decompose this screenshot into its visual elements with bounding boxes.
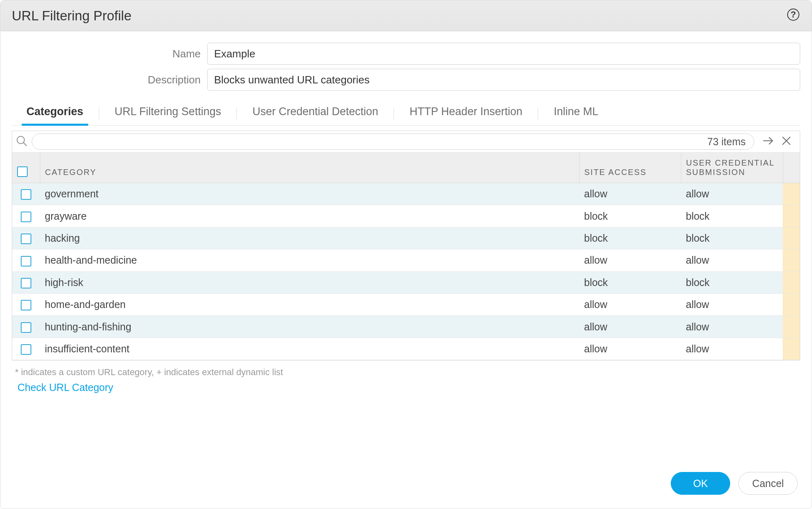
category-grid: CATEGORY SITE ACCESS USER CREDENTIAL SUB… [12,153,800,360]
tab-http-header-insertion[interactable]: HTTP Header Insertion [406,101,525,125]
row-checkbox[interactable] [21,256,31,267]
svg-text:?: ? [790,9,796,20]
header-user-credential-submission[interactable]: USER CREDENTIAL SUBMISSION [681,153,783,183]
dialog-title: URL Filtering Profile [12,8,131,24]
row-edge-marker [783,183,800,205]
cell-site-access[interactable]: allow [579,338,681,360]
row-checkbox-cell [12,205,40,227]
category-grid-wrap: 73 items CATEGORY SITE ACCESS [12,131,800,360]
tab-inline-ml[interactable]: Inline ML [550,101,602,125]
cell-site-access[interactable]: block [579,271,681,293]
row-checkbox[interactable] [21,234,31,244]
select-all-checkbox[interactable] [17,166,28,177]
dialog-footer: OK Cancel [0,461,812,509]
ok-button[interactable]: OK [671,472,730,495]
row-checkbox-cell [12,271,40,293]
cell-user-credential[interactable]: allow [681,293,783,315]
cell-user-credential[interactable]: allow [681,249,783,271]
dialog-header: URL Filtering Profile ? [0,0,812,31]
tab-categories[interactable]: Categories [23,101,87,125]
cell-site-access[interactable]: allow [579,183,681,205]
row-checkbox[interactable] [21,212,31,222]
cell-category: home-and-garden [40,293,579,315]
row-edge-marker [783,338,800,360]
row-edge-marker [783,316,800,338]
table-row[interactable]: home-and-gardenallowallow [12,293,800,315]
tab-separator [538,107,538,120]
table-row[interactable]: hackingblockblock [12,227,800,249]
check-url-category-link[interactable]: Check URL Category [18,382,812,393]
row-edge-marker [783,249,800,271]
row-checkbox[interactable] [21,189,31,200]
grid-footnote: * indicates a custom URL category, + ind… [15,367,812,378]
table-row[interactable]: health-and-medicineallowallow [12,249,800,271]
row-checkbox-cell [12,293,40,315]
cell-user-credential[interactable]: block [681,271,783,293]
search-input[interactable]: 73 items [32,133,754,150]
tab-separator [99,107,99,120]
cell-user-credential[interactable]: allow [681,316,783,338]
row-checkbox-cell [12,316,40,338]
tab-user-credential-detection[interactable]: User Credential Detection [249,101,381,125]
row-edge-marker [783,293,800,315]
row-checkbox[interactable] [21,300,31,310]
url-filtering-profile-dialog: URL Filtering Profile ? Name Description… [0,0,812,509]
row-checkbox[interactable] [21,278,31,288]
cell-user-credential[interactable]: block [681,227,783,249]
arrow-right-icon[interactable] [762,135,775,149]
tab-bar: Categories URL Filtering Settings User C… [12,98,800,126]
header-select-all [12,153,40,183]
cell-category: insufficient-content [40,338,579,360]
row-edge-marker [783,205,800,227]
header-spacer [783,153,800,183]
tab-separator [394,107,394,120]
cell-category: hacking [40,227,579,249]
cell-user-credential[interactable]: block [681,205,783,227]
cell-category: government [40,183,579,205]
help-icon[interactable]: ? [786,8,800,24]
cancel-button[interactable]: Cancel [738,472,798,495]
name-label: Name [12,48,207,60]
cell-site-access[interactable]: block [579,227,681,249]
item-count: 73 items [707,136,746,148]
close-icon[interactable] [780,135,792,149]
cell-category: high-risk [40,271,579,293]
row-checkbox-cell [12,338,40,360]
header-site-access[interactable]: SITE ACCESS [579,153,681,183]
table-row[interactable]: insufficient-contentallowallow [12,338,800,360]
name-field[interactable] [207,43,800,65]
row-checkbox-cell [12,227,40,249]
table-row[interactable]: governmentallowallow [12,183,800,205]
row-checkbox[interactable] [21,322,31,333]
table-row[interactable]: high-riskblockblock [12,271,800,293]
description-field[interactable] [207,69,800,91]
svg-line-3 [24,143,26,146]
cell-site-access[interactable]: block [579,205,681,227]
search-icon[interactable] [15,135,28,149]
tab-url-filtering-settings[interactable]: URL Filtering Settings [112,101,225,125]
cell-user-credential[interactable]: allow [681,183,783,205]
cell-site-access[interactable]: allow [579,249,681,271]
row-edge-marker [783,227,800,249]
description-label: Description [12,74,207,86]
cell-site-access[interactable]: allow [579,316,681,338]
cell-site-access[interactable]: allow [579,293,681,315]
form-area: Name Description [0,31,812,98]
cell-category: grayware [40,205,579,227]
table-row[interactable]: hunting-and-fishingallowallow [12,316,800,338]
row-checkbox[interactable] [21,344,31,355]
cell-user-credential[interactable]: allow [681,338,783,360]
row-edge-marker [783,271,800,293]
cell-category: health-and-medicine [40,249,579,271]
tab-separator [236,107,237,120]
grid-toolbar: 73 items [12,131,800,153]
row-checkbox-cell [12,249,40,271]
cell-category: hunting-and-fishing [40,316,579,338]
row-checkbox-cell [12,183,40,205]
table-row[interactable]: graywareblockblock [12,205,800,227]
header-category[interactable]: CATEGORY [40,153,579,183]
